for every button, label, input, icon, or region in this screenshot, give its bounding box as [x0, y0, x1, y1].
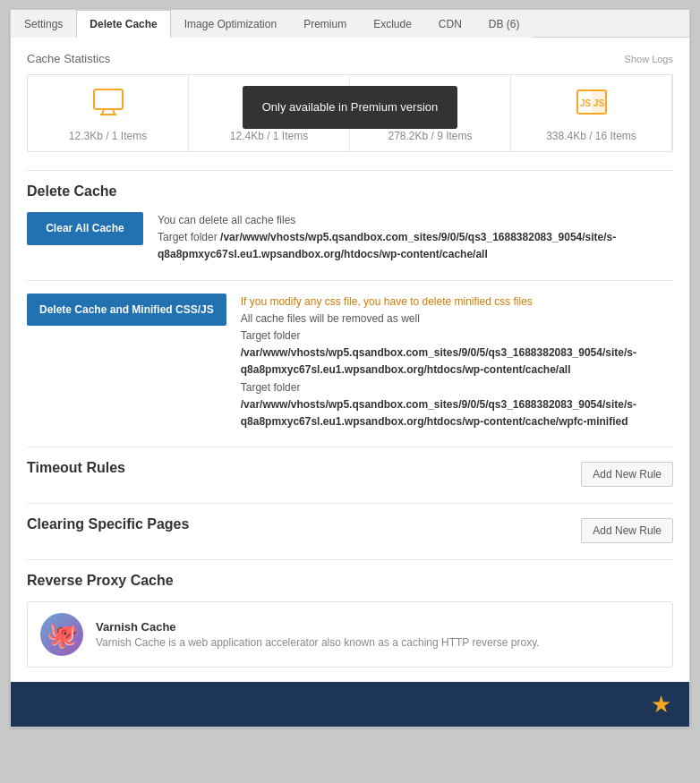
bottom-bar: ★	[11, 682, 689, 727]
reverse-proxy-heading: Reverse Proxy Cache	[27, 573, 673, 589]
clear-all-description: You can delete all cache files Target fo…	[158, 212, 673, 264]
target-label-m1: Target folder	[241, 329, 301, 342]
star-icon: ★	[651, 691, 671, 719]
delete-minified-warn2: All cache files will be removed as well	[241, 311, 673, 328]
stat-value-image: 278.2Kb / 9 Items	[357, 130, 503, 142]
tab-bar: Settings Delete Cache Image Optimization…	[11, 10, 689, 38]
clearing-specific-heading: Clearing Specific Pages	[27, 516, 189, 532]
divider-2	[27, 280, 673, 281]
varnish-box: 🐙 Varnish Cache Varnish Cache is a web a…	[27, 601, 673, 668]
cache-stats-bar: 12.3Kb / 1 Items 12.4Kb / 1 Items	[27, 74, 673, 152]
stat-item-html: 12.3Kb / 1 Items	[28, 75, 189, 151]
divider-1	[27, 170, 673, 171]
stat-value-js: 338.4Kb / 16 Items	[518, 130, 664, 142]
clear-all-path-row: Target folder /var/www/vhosts/wp5.qsandb…	[158, 229, 673, 263]
delete-cache-heading: Delete Cache	[27, 183, 673, 200]
target-label-m2: Target folder	[241, 381, 301, 394]
premium-tooltip: Only available in Premium version	[243, 86, 457, 129]
tab-settings[interactable]: Settings	[11, 10, 76, 38]
delete-minified-row: Delete Cache and Minified CSS/JS If you …	[27, 294, 673, 431]
varnish-info: Varnish Cache Varnish Cache is a web app…	[96, 620, 540, 649]
delete-minified-path1: /var/www/vhosts/wp5.qsandbox.com_sites/9…	[241, 346, 636, 376]
timeout-rules-section: Timeout Rules Add New Rule	[27, 460, 673, 489]
js-icon: JS JS	[518, 88, 664, 123]
timeout-add-rule-button[interactable]: Add New Rule	[581, 462, 673, 487]
cache-stats-title: Cache Statistics	[27, 52, 110, 65]
delete-minified-path2: /var/www/vhosts/wp5.qsandbox.com_sites/9…	[241, 398, 636, 428]
varnish-avatar-icon: 🐙	[47, 620, 78, 650]
tab-exclude[interactable]: Exclude	[360, 10, 425, 38]
stat-value-css: 12.4Kb / 1 Items	[196, 130, 342, 142]
delete-minified-path2-row: Target folder /var/www/vhosts/wp5.qsandb…	[241, 379, 673, 431]
varnish-avatar: 🐙	[40, 613, 83, 656]
divider-3	[27, 447, 673, 447]
varnish-description: Varnish Cache is a web application accel…	[96, 636, 540, 649]
svg-rect-0	[94, 89, 123, 109]
clearing-specific-section: Clearing Specific Pages Add New Rule	[27, 516, 673, 545]
monitor-icon	[35, 88, 181, 123]
delete-minified-description: If you modify any css file, you have to …	[241, 294, 673, 431]
cache-stats-header: Cache Statistics Show Logs	[27, 52, 673, 65]
stat-value-html: 12.3Kb / 1 Items	[35, 130, 181, 142]
delete-minified-button[interactable]: Delete Cache and Minified CSS/JS	[27, 294, 226, 327]
svg-text:JS: JS	[580, 98, 592, 108]
varnish-title: Varnish Cache	[96, 620, 540, 634]
delete-minified-warn1: If you modify any css file, you have to …	[241, 294, 673, 311]
clear-all-line1: You can delete all cache files	[158, 212, 673, 229]
clear-all-cache-button[interactable]: Clear All Cache	[27, 212, 143, 245]
timeout-rules-heading: Timeout Rules	[27, 460, 125, 476]
divider-4	[27, 503, 673, 504]
tab-premium[interactable]: Premium	[290, 10, 360, 38]
target-label-1: Target folder	[158, 231, 220, 243]
clearing-specific-add-rule-button[interactable]: Add New Rule	[581, 518, 673, 543]
svg-text:JS: JS	[593, 98, 605, 108]
plugin-container: Settings Delete Cache Image Optimization…	[10, 9, 690, 728]
tab-db[interactable]: DB (6)	[475, 10, 534, 38]
tab-delete-cache[interactable]: Delete Cache	[76, 10, 170, 38]
tab-image-optimization[interactable]: Image Optimization	[171, 10, 290, 38]
show-logs-link[interactable]: Show Logs	[625, 54, 673, 64]
delete-minified-path1-row: Target folder /var/www/vhosts/wp5.qsandb…	[241, 328, 673, 379]
content-area: Cache Statistics Show Logs 12.3Kb / 1 It…	[11, 38, 689, 682]
divider-5	[27, 559, 673, 560]
clear-all-path: /var/www/vhosts/wp5.qsandbox.com_sites/9…	[158, 231, 616, 260]
stat-item-js: JS JS 338.4Kb / 16 Items	[511, 75, 672, 151]
clear-all-row: Clear All Cache You can delete all cache…	[27, 212, 673, 264]
tab-cdn[interactable]: CDN	[425, 10, 475, 38]
